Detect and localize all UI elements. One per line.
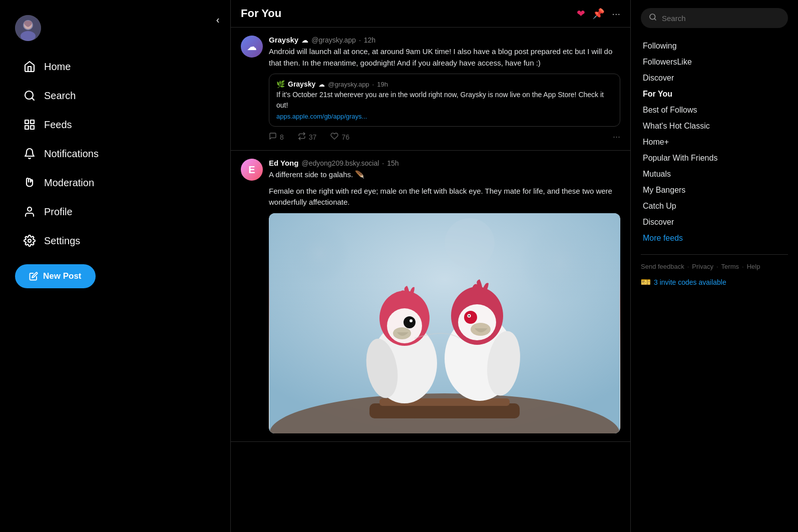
repost-icon [298,132,306,142]
feeds-icon [23,118,36,131]
search-icon [23,89,36,102]
comment-action[interactable]: 8 [269,132,284,142]
sidebar-item-search[interactable]: Search [15,82,190,109]
sidebar-item-home[interactable]: Home [15,53,190,80]
footer-privacy[interactable]: Privacy [692,263,713,270]
post-content-graysky: Graysky ☁ @graysky.app · 12h Android wil… [269,36,620,142]
post-time-graysky: 12h [364,36,375,44]
post-image-parrot[interactable] [269,213,620,433]
feed-header-actions: ❤ 📌 ··· [577,8,620,20]
sidebar-item-home-label: Home [44,61,71,73]
post-avatar-edyong[interactable]: E [241,159,263,181]
sidebar-item-feeds-label: Feeds [44,119,72,131]
new-post-button[interactable]: New Post [15,264,96,288]
new-post-label: New Post [43,271,82,281]
sidebar-item-moderation[interactable]: Moderation [15,169,190,196]
post-graysky: ☁ Graysky ☁ @graysky.app · 12h Android w… [231,28,630,151]
svg-rect-8 [25,126,29,129]
post-content-edyong: Ed Yong @edyong209.bsky.social · 15h A d… [269,159,620,433]
sidebar-item-moderation-label: Moderation [44,177,94,189]
post-handle-edyong: @edyong209.bsky.social [301,159,379,167]
feed-link-for-you[interactable]: For You [641,86,788,102]
home-icon [23,60,36,73]
sidebar-item-settings[interactable]: Settings [15,227,190,254]
post-time-edyong: 15h [387,159,398,167]
feed-link-following[interactable]: Following [641,38,788,54]
hand-icon [23,176,36,189]
more-options-icon[interactable]: ··· [612,8,620,20]
footer-send-feedback[interactable]: Send feedback [641,263,684,270]
search-box[interactable] [641,8,788,28]
svg-line-35 [654,19,656,20]
edit-icon [29,272,38,281]
feed-link-followerslike[interactable]: FollowersLike [641,54,788,70]
sidebar-item-settings-label: Settings [44,235,80,247]
svg-line-5 [32,98,34,100]
feed-link-catch-up[interactable]: Catch Up [641,198,788,214]
avatar[interactable] [15,15,41,41]
sidebar-item-notifications[interactable]: Notifications [15,140,190,167]
footer-help[interactable]: Help [747,263,760,270]
quoted-author: Graysky [288,80,315,88]
post-author-edyong: Ed Yong [269,159,298,167]
feed-title: For You [241,7,281,20]
sidebar-item-profile-label: Profile [44,206,73,218]
post-body-edyong: Female on the right with red eye; male o… [269,186,620,208]
feed-link-discover[interactable]: Discover [641,70,788,86]
feed-link-mutuals[interactable]: Mutuals [641,166,788,182]
back-button[interactable]: ‹ [212,10,224,30]
heart-icon[interactable]: ❤ [577,8,585,20]
repost-action[interactable]: 37 [298,132,317,142]
sidebar-item-notifications-label: Notifications [44,148,99,160]
search-box-icon [649,13,657,23]
svg-point-2 [21,31,36,41]
sidebar-item-feeds[interactable]: Feeds [15,111,190,138]
search-input[interactable] [662,14,780,23]
left-sidebar: Home Search Feeds [0,0,205,532]
user-icon [23,205,36,218]
svg-point-13 [289,223,349,283]
pin-icon[interactable]: 📌 [592,8,605,20]
comment-count: 8 [280,133,284,141]
like-icon [330,132,338,142]
post-author-graysky: Graysky [269,36,298,44]
feed-link-best-of-follows[interactable]: Best of Follows [641,102,788,118]
feed-header: For You ❤ 📌 ··· [231,0,630,28]
like-count: 76 [341,133,349,141]
quoted-post[interactable]: 🌿 Graysky ☁ @graysky.app · 19h If it's O… [269,74,620,127]
post-handle-graysky: @graysky.app [311,36,356,44]
post-more-actions[interactable]: ··· [613,132,620,142]
invite-codes[interactable]: 🎫 3 invite codes available [641,277,788,287]
svg-point-31 [464,311,477,324]
svg-point-10 [28,207,32,211]
sidebar-item-profile[interactable]: Profile [15,198,190,225]
svg-rect-6 [25,120,29,124]
feed-link-discover2[interactable]: Discover [641,214,788,230]
parrot-svg [269,213,620,433]
back-column: ‹ [205,0,230,532]
quoted-text: If it's October 21st wherever you are in… [276,90,613,111]
feed-link-more-feeds[interactable]: More feeds [641,230,788,246]
svg-point-15 [445,218,495,268]
parrot-photo [269,213,620,433]
post-actions-graysky: 8 37 76 ··· [269,132,620,142]
feed-link-popular-with-friends[interactable]: Popular With Friends [641,150,788,166]
footer-sep-3: · [742,263,744,270]
sidebar-item-search-label: Search [44,90,76,102]
post-text-edyong: A different side to galahs. 🪶 [269,169,620,181]
quoted-link[interactable]: apps.apple.com/gb/app/grays... [276,113,613,120]
main-feed: For You ❤ 📌 ··· ☁ Graysky ☁ @graysky.app… [230,0,631,532]
quoted-leaf-icon: 🌿 [276,80,285,88]
footer-terms[interactable]: Terms [721,263,739,270]
quoted-dot: · [372,81,374,88]
ticket-icon: 🎫 [641,277,651,287]
like-action[interactable]: 76 [330,132,349,142]
feed-link-home-plus[interactable]: Home+ [641,134,788,150]
feed-link-my-bangers[interactable]: My Bangers [641,182,788,198]
post-text-graysky: Android will launch all at once, at arou… [269,46,620,69]
post-avatar-graysky[interactable]: ☁ [241,36,263,58]
feeds-list: Following FollowersLike Discover For You… [641,38,788,246]
post-dot-2: · [382,159,384,167]
feed-link-whats-hot-classic[interactable]: What's Hot Classic [641,118,788,134]
quoted-cloud-icon: ☁ [318,81,325,88]
